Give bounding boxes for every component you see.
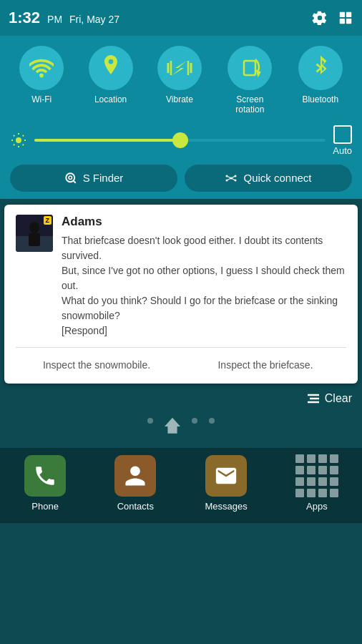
quickconnect-button[interactable]: Quick connect	[185, 165, 352, 192]
notif-header: Z Adams That briefcase doesn't look good…	[16, 215, 346, 338]
nav-dot-recent	[192, 418, 197, 424]
notif-actions: Inspect the snowmobile. Inspect the brie…	[16, 356, 346, 374]
svg-line-17	[23, 145, 24, 145]
tile-bluetooth[interactable]: Bluetooth	[298, 46, 343, 115]
svg-point-11	[16, 137, 21, 143]
svg-line-30	[227, 178, 231, 180]
svg-line-28	[227, 176, 231, 178]
contacts-icon	[114, 455, 156, 497]
tile-bluetooth-circle	[298, 46, 343, 90]
quick-settings-panel: Wi-Fi Location Vibrate	[0, 36, 362, 199]
tile-wifi-circle	[19, 46, 64, 90]
auto-toggle[interactable]: Auto	[333, 125, 352, 156]
svg-marker-4	[172, 61, 187, 75]
quickconnect-icon	[225, 172, 238, 185]
dock-item-phone[interactable]: Phone	[24, 455, 66, 512]
action-inspect-snowmobile[interactable]: Inspect the snowmobile.	[16, 356, 177, 374]
svg-line-21	[73, 180, 75, 182]
tile-vibrate-circle	[157, 46, 202, 90]
quick-tiles-row: Wi-Fi Location Vibrate	[7, 46, 355, 115]
svg-line-29	[231, 176, 235, 178]
messages-icon	[205, 455, 247, 497]
apps-label: Apps	[306, 501, 328, 512]
brightness-slider[interactable]	[34, 139, 326, 142]
notif-sender: Adams	[62, 215, 346, 229]
status-icons	[312, 10, 353, 26]
notif-divider	[16, 347, 346, 348]
svg-rect-0	[340, 12, 345, 17]
sfinder-icon	[64, 172, 77, 185]
tile-location[interactable]: Location	[89, 46, 133, 115]
svg-rect-3	[346, 19, 351, 24]
quickconnect-label: Quick connect	[243, 172, 311, 184]
brightness-thumb	[172, 132, 188, 148]
svg-marker-10	[257, 71, 260, 75]
tile-screenrotation-label: Screen rotation	[226, 94, 273, 115]
svg-line-31	[231, 178, 235, 180]
status-period: PM	[47, 14, 62, 25]
gear-icon[interactable]	[312, 10, 328, 26]
tile-screenrotation[interactable]: Screen rotation	[226, 46, 273, 115]
brightness-row: Auto	[7, 125, 355, 156]
status-time: 1:32	[9, 9, 40, 27]
notif-avatar: Z	[16, 215, 53, 252]
phone-icon	[24, 455, 66, 497]
dock-item-messages[interactable]: Messages	[205, 455, 247, 512]
tile-bluetooth-label: Bluetooth	[302, 94, 338, 104]
svg-point-20	[66, 173, 74, 182]
notif-body: That briefcase doesn't look good either.…	[62, 233, 346, 338]
brightness-fill	[34, 139, 180, 142]
tile-wifi-label: Wi-Fi	[31, 94, 52, 104]
dock-item-apps[interactable]: Apps	[296, 455, 338, 512]
brightness-icon	[10, 132, 27, 149]
auto-checkbox[interactable]	[333, 125, 352, 144]
sfinder-button[interactable]: S Finder	[10, 165, 177, 192]
svg-rect-9	[244, 61, 255, 75]
clear-row: Clear	[0, 389, 362, 408]
nav-dot-back	[147, 418, 153, 424]
svg-line-19	[23, 135, 24, 136]
svg-rect-35	[29, 233, 40, 246]
tile-screenrotation-circle	[228, 46, 272, 90]
action-inspect-briefcase[interactable]: Inspect the briefcase.	[185, 356, 346, 374]
tile-vibrate-label: Vibrate	[166, 94, 193, 104]
notif-avatar-inner: Z	[16, 215, 53, 252]
dock: Phone Contacts Messages	[0, 448, 362, 523]
status-date: Fri, May 27	[69, 14, 119, 25]
sfinder-label: S Finder	[83, 172, 124, 184]
apps-grid	[295, 454, 338, 497]
phone-label: Phone	[31, 501, 59, 512]
contacts-label: Contacts	[117, 501, 154, 512]
svg-point-22	[69, 176, 72, 180]
grid-icon[interactable]	[338, 10, 353, 26]
apps-icon	[296, 455, 338, 497]
notification-card: Z Adams That briefcase doesn't look good…	[4, 205, 358, 384]
svg-rect-1	[346, 12, 351, 17]
svg-line-16	[14, 135, 14, 136]
clear-button[interactable]: Clear	[306, 392, 352, 405]
bolt-badge: Z	[44, 216, 52, 225]
notif-content: Adams That briefcase doesn't look good e…	[62, 215, 346, 338]
nav-dot-home	[165, 418, 180, 434]
status-bar: 1:32 PM Fri, May 27	[0, 0, 362, 36]
svg-point-34	[29, 222, 39, 233]
messages-label: Messages	[205, 501, 247, 512]
tile-location-circle	[89, 46, 133, 90]
quick-buttons-row: S Finder Quick connect	[7, 165, 355, 192]
clear-label: Clear	[325, 392, 352, 405]
tile-location-label: Location	[94, 94, 127, 104]
nav-dot-extra	[209, 418, 215, 424]
auto-label: Auto	[333, 145, 352, 156]
nav-dots	[147, 418, 215, 434]
tile-wifi[interactable]: Wi-Fi	[19, 46, 64, 115]
svg-rect-2	[340, 19, 345, 24]
home-area: Phone Contacts Messages	[0, 408, 362, 530]
svg-line-18	[14, 145, 14, 145]
dock-item-contacts[interactable]: Contacts	[114, 455, 156, 512]
tile-vibrate[interactable]: Vibrate	[157, 46, 202, 115]
